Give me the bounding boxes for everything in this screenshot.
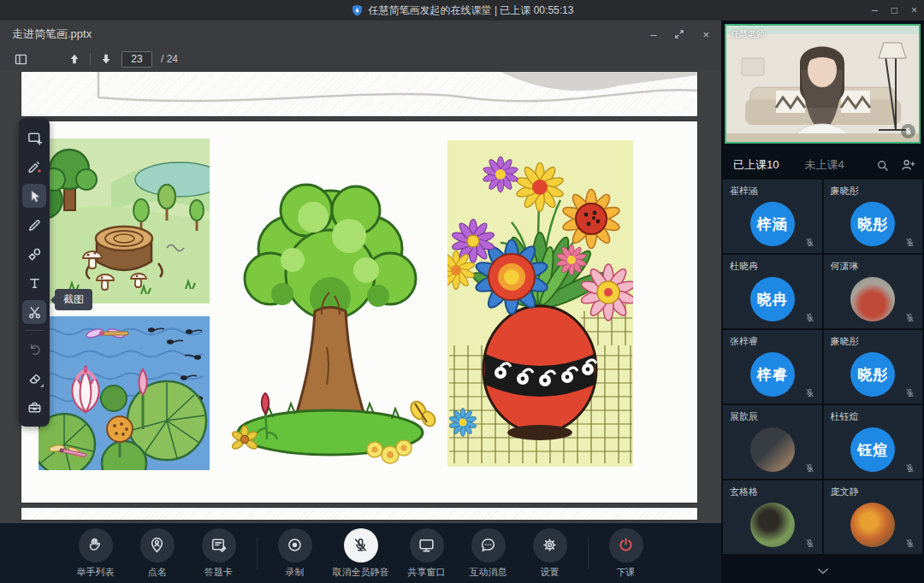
raise-hand-list-button[interactable]: 举手列表 xyxy=(72,528,120,579)
student-grid: 崔梓涵 梓涵 廉晓彤 晓彤 杜晓冉 晓冉 何潇琳 张梓睿 梓睿 xyxy=(723,180,922,554)
undo-tool[interactable] xyxy=(22,337,46,361)
mic-muted-icon xyxy=(352,536,370,554)
drawing-flower-vase xyxy=(447,140,633,467)
share-window-button[interactable]: 共享窗口 xyxy=(403,528,451,579)
student-avatar: 钰煊 xyxy=(850,427,895,472)
answer-card-icon xyxy=(210,536,228,554)
roster-sidebar: 任慧老师 xyxy=(721,21,924,583)
student-name: 杜晓冉 xyxy=(730,260,758,273)
window-maximize-button[interactable]: □ xyxy=(891,0,897,21)
drawing-forest-scene xyxy=(38,138,210,303)
teacher-video[interactable]: 任慧老师 xyxy=(725,24,921,144)
student-cell[interactable]: 玄格格 xyxy=(723,480,822,554)
online-classroom-window: 任慧简笔画发起的在线课堂 | 已上课 00:55:13 – □ × 走进简笔画.… xyxy=(0,0,924,583)
student-cell[interactable]: 杜晓冉 晓冉 xyxy=(723,255,822,328)
student-avatar-photo xyxy=(850,503,895,547)
settings-button[interactable]: 设置 xyxy=(526,528,574,579)
shapes-tool[interactable] xyxy=(22,242,46,266)
teacher-name-label: 任慧老师 xyxy=(731,28,765,40)
control-bar-divider xyxy=(588,537,589,569)
teacher-mic-muted-badge xyxy=(901,124,915,138)
unmute-all-button[interactable]: 取消全员静音 xyxy=(333,528,389,579)
text-tool[interactable] xyxy=(22,271,46,295)
mic-muted-icon xyxy=(904,312,915,323)
chat-bubble-icon xyxy=(479,536,497,554)
ppt-minimize-button[interactable]: – xyxy=(650,28,656,41)
previous-page-button[interactable] xyxy=(68,52,81,66)
next-page-button[interactable] xyxy=(99,52,113,66)
toolbox-tool[interactable] xyxy=(22,395,46,419)
student-cell[interactable]: 庞文静 xyxy=(824,480,923,554)
slide-viewport[interactable]: 截图 xyxy=(0,70,721,523)
tab-absent[interactable]: 未上课4 xyxy=(804,157,844,173)
roster-tabs: 已上课10 未上课4 xyxy=(721,150,924,180)
collapse-roster-button[interactable] xyxy=(721,562,924,580)
student-name: 廉晓彤 xyxy=(831,185,859,197)
student-avatar: 晓彤 xyxy=(850,352,895,397)
student-name: 杜钰煊 xyxy=(831,410,859,423)
control-bar-divider xyxy=(257,537,258,569)
tab-attended[interactable]: 已上课10 xyxy=(733,157,779,173)
mic-muted-icon xyxy=(804,538,815,549)
secure-shield-icon xyxy=(351,4,364,17)
pen-tool[interactable] xyxy=(22,213,46,237)
mic-muted-icon xyxy=(804,237,815,248)
annotation-toolbar xyxy=(19,118,50,427)
mic-muted-icon xyxy=(904,538,915,549)
answer-card-button[interactable]: 答题卡 xyxy=(195,528,243,579)
student-name: 崔梓涵 xyxy=(730,185,758,197)
class-control-bar: 举手列表 点名 答题卡 录制 取消全员静音 共享窗口 xyxy=(0,523,721,583)
window-titlebar: 任慧简笔画发起的在线课堂 | 已上课 00:55:13 – □ × xyxy=(0,0,924,21)
window-close-button[interactable]: × xyxy=(911,0,917,21)
add-person-icon[interactable] xyxy=(900,157,915,173)
student-cell[interactable]: 何潇琳 xyxy=(824,255,923,328)
chat-messages-button[interactable]: 互动消息 xyxy=(465,528,512,579)
eraser-dropdown-arrow xyxy=(40,384,44,387)
toolbar-divider xyxy=(25,330,44,331)
search-icon[interactable] xyxy=(875,158,890,173)
end-class-button[interactable]: 下课 xyxy=(602,528,650,579)
ppt-nav-toolbar: / 24 xyxy=(0,48,721,70)
mic-muted-icon xyxy=(903,127,913,136)
thumbnail-panel-toggle[interactable] xyxy=(14,52,28,67)
student-cell[interactable]: 廉晓彤 晓彤 xyxy=(824,180,923,253)
select-cursor-tool[interactable] xyxy=(22,184,46,208)
student-avatar-photo xyxy=(750,427,795,472)
laser-pointer-tool[interactable] xyxy=(22,155,46,179)
page-number-input[interactable] xyxy=(121,51,152,68)
student-cell[interactable]: 廉晓彤 晓彤 xyxy=(824,330,923,403)
student-cell[interactable]: 杜钰煊 钰煊 xyxy=(824,405,923,479)
hand-icon xyxy=(86,536,104,554)
student-cell[interactable]: 崔梓涵 梓涵 xyxy=(723,180,822,253)
slide-partial-previous xyxy=(21,72,697,116)
screenshot-tooltip: 截图 xyxy=(55,289,92,310)
student-avatar: 梓涵 xyxy=(750,202,795,246)
nav-divider xyxy=(90,53,91,65)
record-button[interactable]: 录制 xyxy=(271,528,319,579)
mic-muted-icon xyxy=(904,387,915,398)
power-icon xyxy=(617,536,635,554)
student-cell[interactable]: 展歆辰 xyxy=(723,405,822,479)
eraser-tool[interactable] xyxy=(22,366,46,390)
student-avatar: 梓睿 xyxy=(750,352,795,397)
window-minimize-button[interactable]: – xyxy=(872,0,878,21)
mic-muted-icon xyxy=(904,462,915,474)
student-name: 何潇琳 xyxy=(831,260,859,273)
slide-partial-next xyxy=(21,508,697,520)
mic-muted-icon xyxy=(904,237,915,248)
ppt-restore-button[interactable] xyxy=(673,28,685,40)
roll-call-button[interactable]: 点名 xyxy=(133,528,181,579)
student-avatar-photo xyxy=(750,503,795,547)
add-board-tool[interactable] xyxy=(22,126,46,150)
window-title: 任慧简笔画发起的在线课堂 | 已上课 00:55:13 xyxy=(369,3,574,18)
ppt-close-button[interactable]: × xyxy=(702,28,709,41)
roll-call-pin-icon xyxy=(148,536,166,554)
ppt-filename: 走进简笔画.pptx xyxy=(12,26,92,42)
page-total-label: / 24 xyxy=(161,53,178,65)
student-cell[interactable]: 张梓睿 梓睿 xyxy=(723,330,822,403)
student-avatar: 晓冉 xyxy=(750,277,795,321)
screenshot-tool[interactable] xyxy=(22,300,46,324)
mic-muted-icon xyxy=(804,462,815,474)
courseware-panel: 走进简笔画.pptx – × / 24 xyxy=(0,21,721,583)
slide-current xyxy=(21,121,697,503)
